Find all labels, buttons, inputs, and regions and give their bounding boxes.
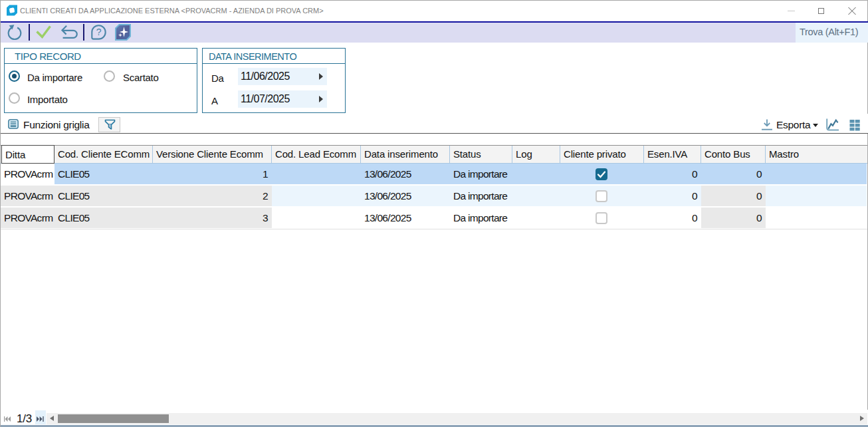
svg-text:?: ? [96,27,102,37]
svg-text:T: T [108,122,112,128]
